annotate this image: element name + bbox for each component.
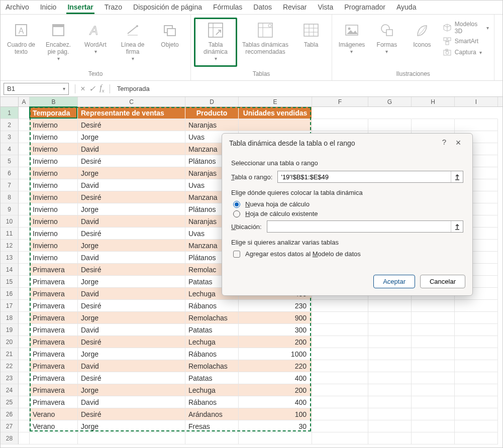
smartart-button[interactable]: SmartArt: [441, 37, 491, 46]
row-header[interactable]: 27: [1, 420, 19, 432]
ok-button[interactable]: Aceptar: [373, 275, 415, 288]
table-cell[interactable]: Invierno: [30, 167, 78, 179]
wordart-button[interactable]: A WordArt ▾: [78, 18, 113, 56]
images-button[interactable]: Imágenes ▾: [335, 18, 368, 56]
table-cell[interactable]: David: [78, 324, 185, 336]
table-cell[interactable]: 220: [239, 360, 312, 372]
table-header-cell[interactable]: Temporada: [30, 107, 78, 119]
row-header[interactable]: 15: [1, 276, 19, 288]
row-header[interactable]: 24: [1, 384, 19, 396]
table-cell[interactable]: 900: [239, 312, 312, 324]
table-cell[interactable]: Desiré: [78, 155, 185, 167]
tab-disposición-de-página[interactable]: Disposición de página: [132, 1, 203, 14]
table-cell[interactable]: Fresas: [185, 420, 239, 432]
row-header[interactable]: 7: [1, 179, 19, 191]
table-cell[interactable]: Rábanos: [185, 396, 239, 408]
existing-worksheet-radio[interactable]: Hoja de cálculo existente: [233, 210, 463, 217]
column-header[interactable]: E: [239, 97, 312, 106]
table-header-cell[interactable]: Producto: [185, 107, 239, 119]
row-header[interactable]: 1: [1, 107, 19, 119]
row-header[interactable]: 9: [1, 203, 19, 215]
table-cell[interactable]: Invierno: [30, 119, 78, 131]
table-button[interactable]: Tabla: [293, 18, 329, 51]
row-header[interactable]: 2: [1, 119, 19, 131]
object-button[interactable]: Objeto: [152, 18, 187, 51]
table-cell[interactable]: Invierno: [30, 252, 78, 264]
row-header[interactable]: 12: [1, 240, 19, 252]
row-header[interactable]: 18: [1, 312, 19, 324]
table-cell[interactable]: Jorge: [78, 312, 185, 324]
table-cell[interactable]: Desiré: [78, 300, 185, 312]
table-cell[interactable]: [239, 119, 312, 131]
column-header[interactable]: C: [78, 97, 185, 106]
row-header[interactable]: 26: [1, 408, 19, 420]
table-cell[interactable]: Jorge: [78, 167, 185, 179]
table-cell[interactable]: Invierno: [30, 240, 78, 252]
table-cell[interactable]: Desiré: [78, 408, 185, 420]
column-header[interactable]: A: [19, 97, 30, 106]
table-cell[interactable]: Desiré: [78, 191, 185, 203]
tab-archivo[interactable]: Archivo: [5, 1, 30, 14]
column-header[interactable]: H: [412, 97, 455, 106]
screenshot-button[interactable]: Captura ▾: [441, 48, 491, 57]
table-cell[interactable]: Invierno: [30, 228, 78, 240]
table-cell[interactable]: Primavera: [30, 396, 78, 408]
row-header[interactable]: 13: [1, 252, 19, 264]
table-cell[interactable]: David: [78, 215, 185, 228]
table-cell[interactable]: Primavera: [30, 324, 78, 336]
table-cell[interactable]: Primavera: [30, 348, 78, 360]
table-cell[interactable]: Jorge: [78, 420, 185, 432]
table-header-cell[interactable]: Representante de ventas: [78, 107, 185, 119]
add-to-data-model-checkbox[interactable]: Agregar estos datos al Modelo de datos: [233, 250, 463, 258]
table-cell[interactable]: Remolachas: [185, 360, 239, 372]
table-cell[interactable]: Jorge: [78, 276, 185, 288]
row-header[interactable]: 5: [1, 155, 19, 167]
table-cell[interactable]: Primavera: [30, 312, 78, 324]
table-cell[interactable]: David: [78, 143, 185, 155]
table-cell[interactable]: Jorge: [78, 348, 185, 360]
row-header[interactable]: 14: [1, 264, 19, 276]
tab-fórmulas[interactable]: Fórmulas: [212, 1, 243, 14]
table-cell[interactable]: Remolachas: [185, 312, 239, 324]
table-cell[interactable]: Lechuga: [185, 336, 239, 348]
recommended-pivot-button[interactable]: Tablas dinámicas recomendadas: [239, 18, 291, 58]
table-cell[interactable]: Desiré: [78, 119, 185, 131]
header-footer-button[interactable]: Encabez. pie pág. ▾: [41, 18, 76, 63]
column-header[interactable]: G: [368, 97, 412, 106]
tab-trazo[interactable]: Trazo: [104, 1, 123, 14]
row-header[interactable]: 10: [1, 215, 19, 228]
table-cell[interactable]: Naranjas: [185, 119, 239, 131]
table-cell[interactable]: Jorge: [78, 384, 185, 396]
table-cell[interactable]: Jorge: [78, 240, 185, 252]
table-cell[interactable]: Primavera: [30, 336, 78, 348]
new-worksheet-radio[interactable]: Nueva hoja de cálculo: [233, 200, 463, 208]
3d-models-button[interactable]: Modelos 3D ▾: [441, 21, 491, 35]
tab-inicio[interactable]: Inicio: [39, 1, 58, 14]
tab-vista[interactable]: Vista: [317, 1, 334, 14]
tab-revisar[interactable]: Revisar: [282, 1, 308, 14]
table-cell[interactable]: Primavera: [30, 300, 78, 312]
table-cell[interactable]: 230: [239, 300, 312, 312]
table-cell[interactable]: 400: [239, 372, 312, 384]
table-cell[interactable]: Invierno: [30, 143, 78, 155]
shapes-button[interactable]: Formas ▾: [370, 18, 404, 56]
formula-input[interactable]: Temporada: [113, 85, 502, 92]
row-header[interactable]: 4: [1, 143, 19, 155]
row-header[interactable]: 23: [1, 372, 19, 384]
accept-formula-icon[interactable]: ✓: [87, 84, 97, 93]
help-button[interactable]: ?: [437, 138, 451, 148]
column-header[interactable]: F: [312, 97, 368, 106]
table-cell[interactable]: Invierno: [30, 203, 78, 215]
table-cell[interactable]: Rábanos: [185, 348, 239, 360]
select-all-triangle[interactable]: [1, 97, 19, 106]
row-header[interactable]: 19: [1, 324, 19, 336]
controls-button[interactable]: Casil: [497, 18, 503, 51]
cancel-formula-icon[interactable]: ×: [78, 84, 87, 93]
range-picker-button[interactable]: [451, 171, 463, 182]
table-cell[interactable]: David: [78, 396, 185, 408]
table-cell[interactable]: Primavera: [30, 264, 78, 276]
range-input[interactable]: [278, 171, 451, 182]
column-header[interactable]: B: [30, 97, 78, 106]
table-cell[interactable]: Rábanos: [185, 300, 239, 312]
table-cell[interactable]: Primavera: [30, 276, 78, 288]
